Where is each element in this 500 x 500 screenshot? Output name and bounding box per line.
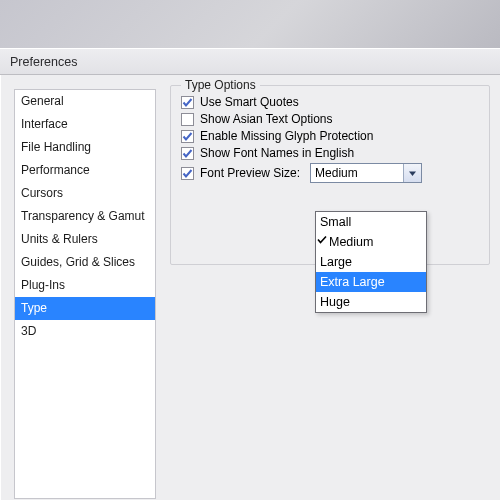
check-asian-text-row: Show Asian Text Options: [181, 112, 481, 126]
sidebar-item-interface[interactable]: Interface: [15, 113, 155, 136]
sidebar-item-label: File Handling: [21, 140, 91, 154]
dropdown-item-large[interactable]: Large: [316, 252, 426, 272]
type-options-legend: Type Options: [181, 78, 260, 92]
sidebar-item-label: Cursors: [21, 186, 63, 200]
dropdown-item-label: Extra Large: [320, 275, 385, 289]
sidebar-item-label: General: [21, 94, 64, 108]
check-label: Show Asian Text Options: [200, 112, 333, 126]
checkmark-icon: [182, 97, 193, 108]
check-missing-glyph-row: Enable Missing Glyph Protection: [181, 129, 481, 143]
dropdown-item-label: Medium: [320, 235, 373, 249]
dialog-title: Preferences: [10, 55, 77, 69]
sidebar-item-label: Guides, Grid & Slices: [21, 255, 135, 269]
dropdown-item-label: Huge: [320, 295, 350, 309]
current-selection-icon: [317, 235, 327, 245]
dropdown-item-label: Small: [320, 215, 351, 229]
dropdown-item-huge[interactable]: Huge: [316, 292, 426, 312]
check-font-preview-size[interactable]: [181, 167, 194, 180]
sidebar-item-label: Type: [21, 301, 47, 315]
category-listbox[interactable]: General Interface File Handling Performa…: [14, 89, 156, 499]
sidebar-item-label: 3D: [21, 324, 36, 338]
check-label: Use Smart Quotes: [200, 95, 299, 109]
dropdown-item-medium[interactable]: Medium: [316, 232, 426, 252]
sidebar-item-label: Interface: [21, 117, 68, 131]
combo-dropdown-button[interactable]: [403, 164, 421, 182]
font-preview-size-dropdown[interactable]: Small Medium Large Extra Large Huge: [315, 211, 427, 313]
combo-value: Medium: [311, 164, 403, 182]
check-font-names-english-row: Show Font Names in English: [181, 146, 481, 160]
sidebar-item-performance[interactable]: Performance: [15, 159, 155, 182]
check-smart-quotes-row: Use Smart Quotes: [181, 95, 481, 109]
font-preview-size-combo[interactable]: Medium: [310, 163, 422, 183]
dropdown-item-small[interactable]: Small: [316, 212, 426, 232]
sidebar-item-transparency-gamut[interactable]: Transparency & Gamut: [15, 205, 155, 228]
checkmark-icon: [182, 168, 193, 179]
preferences-dialog: Preferences General Interface File Handl…: [0, 48, 500, 500]
check-smart-quotes[interactable]: [181, 96, 194, 109]
checkmark-icon: [182, 148, 193, 159]
sidebar-item-file-handling[interactable]: File Handling: [15, 136, 155, 159]
sidebar-item-cursors[interactable]: Cursors: [15, 182, 155, 205]
check-label: Enable Missing Glyph Protection: [200, 129, 373, 143]
checkmark-icon: [182, 131, 193, 142]
sidebar-item-guides-grid-slices[interactable]: Guides, Grid & Slices: [15, 251, 155, 274]
sidebar-item-label: Units & Rulers: [21, 232, 98, 246]
check-label: Show Font Names in English: [200, 146, 354, 160]
sidebar-item-label: Performance: [21, 163, 90, 177]
font-preview-row: Font Preview Size: Medium: [181, 163, 481, 183]
sidebar-item-plug-ins[interactable]: Plug-Ins: [15, 274, 155, 297]
chevron-down-icon: [408, 169, 417, 178]
sidebar-item-3d[interactable]: 3D: [15, 320, 155, 343]
sidebar-item-label: Transparency & Gamut: [21, 209, 145, 223]
font-preview-label: Font Preview Size:: [200, 166, 300, 180]
sidebar-item-general[interactable]: General: [15, 90, 155, 113]
dropdown-item-extra-large[interactable]: Extra Large: [316, 272, 426, 292]
svg-marker-0: [409, 171, 416, 176]
sidebar-item-label: Plug-Ins: [21, 278, 65, 292]
check-missing-glyph[interactable]: [181, 130, 194, 143]
sidebar-item-type[interactable]: Type: [15, 297, 155, 320]
sidebar-item-units-rulers[interactable]: Units & Rulers: [15, 228, 155, 251]
dialog-body: General Interface File Handling Performa…: [0, 75, 500, 500]
check-asian-text[interactable]: [181, 113, 194, 126]
dropdown-item-label: Large: [320, 255, 352, 269]
check-font-names-english[interactable]: [181, 147, 194, 160]
dialog-titlebar: Preferences: [0, 49, 500, 75]
